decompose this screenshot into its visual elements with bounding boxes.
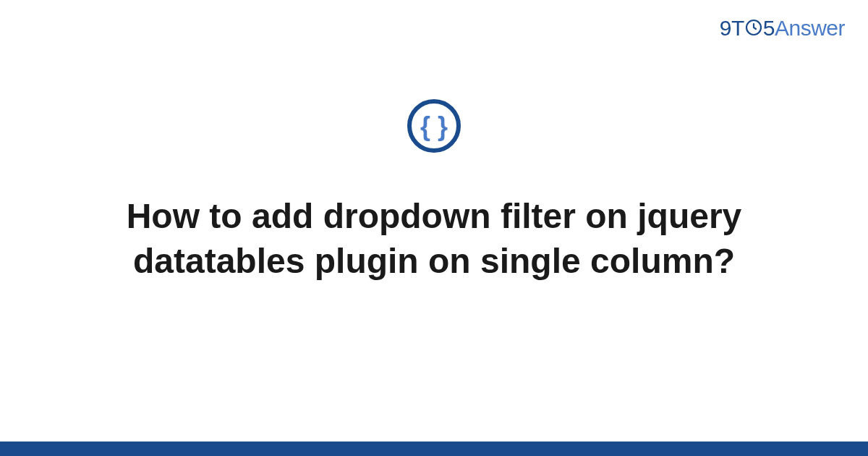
logo-t: T <box>731 16 744 41</box>
site-logo: 9 T 5 Answer <box>720 16 845 41</box>
bottom-accent-bar <box>0 442 868 456</box>
page-title: How to add dropdown filter on jquery dat… <box>0 194 868 284</box>
logo-five: 5 <box>763 16 775 41</box>
braces-icon: { } <box>406 98 462 154</box>
clock-icon <box>745 19 762 36</box>
logo-nine: 9 <box>720 16 731 41</box>
logo-answer: Answer <box>775 16 845 41</box>
svg-text:{ }: { } <box>420 111 448 141</box>
